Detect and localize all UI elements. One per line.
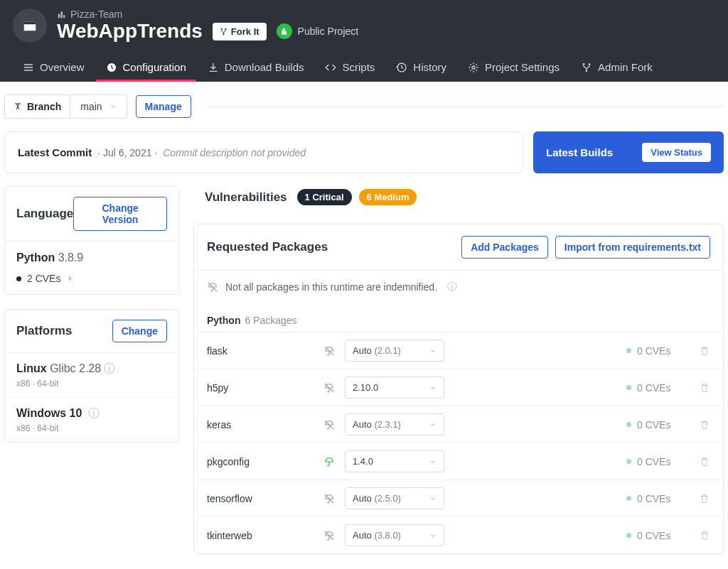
package-cves: 0 CVEs bbox=[626, 345, 690, 357]
package-row: h5py 2.10.0 0 CVEs bbox=[194, 369, 723, 406]
language-cves-link[interactable]: 2 CVEs bbox=[16, 273, 167, 284]
language-name: Python bbox=[16, 251, 55, 264]
tab-download-builds[interactable]: Download Builds bbox=[198, 53, 314, 82]
import-requirements-button[interactable]: Import from requirements.txt bbox=[555, 236, 710, 259]
delete-package-button[interactable] bbox=[699, 456, 710, 467]
platforms-card: Platforms Change Linux Glibc 2.28ⓘ x86 ·… bbox=[4, 309, 179, 443]
chevron-down-icon bbox=[429, 384, 437, 391]
svg-point-5 bbox=[220, 28, 222, 29]
info-icon[interactable]: ⓘ bbox=[104, 362, 115, 374]
language-card: Language Change Version Python 3.8.9 2 C… bbox=[4, 186, 179, 295]
package-name: tkinterweb bbox=[207, 530, 315, 541]
delete-package-button[interactable] bbox=[699, 530, 710, 541]
umbrella-icon bbox=[323, 456, 336, 467]
delete-package-button[interactable] bbox=[699, 382, 710, 394]
svg-rect-4 bbox=[63, 15, 65, 18]
tab-admin-fork[interactable]: Admin Fork bbox=[571, 53, 663, 82]
status-dot-icon bbox=[626, 533, 631, 538]
branch-bar: Branch main Manage bbox=[0, 82, 728, 131]
umbrella-slash-icon bbox=[323, 382, 336, 394]
code-icon bbox=[325, 62, 336, 73]
version-select[interactable]: 1.4.0 bbox=[345, 450, 444, 472]
tab-configuration[interactable]: Configuration bbox=[96, 53, 196, 82]
visibility-badge: Public Project bbox=[277, 23, 359, 39]
package-row: flask Auto (2.0.1) 0 CVEs bbox=[194, 332, 723, 369]
package-cves: 0 CVEs bbox=[626, 419, 690, 430]
package-name: flask bbox=[207, 345, 315, 357]
vulnerabilities-summary: Vulnerabilities 1 Critical 6 Medium bbox=[193, 186, 724, 214]
version-select[interactable]: Auto (3.8.0) bbox=[345, 524, 444, 546]
tab-scripts[interactable]: Scripts bbox=[315, 53, 385, 82]
requested-packages-card: Requested Packages Add Packages Import f… bbox=[193, 224, 724, 554]
package-cves: 0 CVEs bbox=[626, 493, 690, 504]
commit-date: · Jul 6, 2021 · bbox=[97, 147, 157, 158]
nav-tabs: Overview Configuration Download Builds S… bbox=[13, 53, 715, 82]
status-dot-icon bbox=[626, 422, 631, 427]
add-packages-button[interactable]: Add Packages bbox=[461, 236, 548, 259]
chevron-down-icon bbox=[429, 347, 437, 354]
status-dot-icon bbox=[626, 496, 631, 501]
medium-badge[interactable]: 6 Medium bbox=[359, 189, 417, 205]
package-row: pkgconfig 1.4.0 0 CVEs bbox=[194, 443, 723, 479]
delete-package-button[interactable] bbox=[699, 419, 710, 430]
tab-overview[interactable]: Overview bbox=[13, 53, 95, 82]
fork-icon bbox=[581, 62, 592, 73]
svg-rect-2 bbox=[58, 13, 60, 18]
info-icon[interactable]: ⓘ bbox=[447, 281, 457, 293]
chevron-right-icon bbox=[66, 275, 73, 282]
platforms-title: Platforms bbox=[16, 324, 72, 338]
critical-badge[interactable]: 1 Critical bbox=[297, 189, 352, 205]
svg-point-10 bbox=[583, 63, 585, 65]
fork-button[interactable]: Fork It bbox=[213, 23, 267, 40]
language-version: 3.8.9 bbox=[58, 251, 84, 264]
change-platforms-button[interactable]: Change bbox=[112, 320, 167, 342]
package-cves: 0 CVEs bbox=[626, 382, 690, 394]
download-icon bbox=[208, 62, 219, 73]
view-status-button[interactable]: View Status bbox=[642, 143, 711, 162]
tab-project-settings[interactable]: Project Settings bbox=[458, 53, 569, 82]
svg-rect-1 bbox=[24, 22, 36, 25]
manage-branches-button[interactable]: Manage bbox=[136, 95, 191, 118]
svg-point-11 bbox=[589, 63, 591, 65]
builds-title: Latest Builds bbox=[546, 146, 613, 158]
platform-item: Linux Glibc 2.28ⓘ x86 · 64-bit bbox=[5, 352, 178, 397]
umbrella-slash-icon bbox=[323, 419, 336, 430]
version-select[interactable]: Auto (2.0.1) bbox=[345, 340, 444, 362]
delete-package-button[interactable] bbox=[699, 493, 710, 504]
version-select[interactable]: 2.10.0 bbox=[345, 376, 444, 399]
menu-icon bbox=[23, 62, 34, 73]
tab-history[interactable]: History bbox=[386, 53, 456, 82]
window-icon bbox=[22, 18, 38, 33]
latest-commit-card: Latest Commit · Jul 6, 2021 · Commit des… bbox=[4, 131, 523, 173]
branch-select[interactable]: main bbox=[70, 95, 126, 118]
commit-label: Latest Commit bbox=[18, 146, 92, 158]
status-dot-icon bbox=[626, 459, 631, 464]
branch-label: Branch bbox=[5, 95, 70, 118]
change-version-button[interactable]: Change Version bbox=[73, 197, 167, 231]
umbrella-slash-icon bbox=[323, 493, 336, 504]
svg-point-12 bbox=[586, 70, 588, 72]
package-row: tkinterweb Auto (3.8.0) 0 CVEs bbox=[194, 516, 723, 553]
package-name: tensorflow bbox=[207, 493, 315, 504]
svg-point-6 bbox=[225, 28, 226, 29]
unlock-icon bbox=[280, 28, 288, 36]
status-dot-icon bbox=[626, 385, 631, 390]
version-select[interactable]: Auto (2.5.0) bbox=[345, 487, 444, 509]
version-select[interactable]: Auto (2.3.1) bbox=[345, 413, 444, 435]
package-name: keras bbox=[207, 419, 315, 430]
svg-rect-3 bbox=[60, 11, 63, 18]
chevron-down-icon bbox=[429, 495, 437, 502]
team-name[interactable]: Pizza-Team bbox=[70, 9, 122, 20]
delete-package-button[interactable] bbox=[699, 345, 710, 357]
svg-point-7 bbox=[223, 33, 224, 35]
divider bbox=[207, 107, 724, 107]
history-icon bbox=[396, 62, 407, 73]
packages-section-label: Python6 Packages bbox=[194, 303, 723, 332]
app-header: Pizza-Team WebAppTrends Fork It Public P… bbox=[0, 0, 728, 82]
indemnify-notice: Not all packages in this runtime are ind… bbox=[194, 270, 723, 303]
latest-builds-card: Latest Builds View Status bbox=[533, 131, 724, 173]
branch-icon bbox=[14, 102, 22, 111]
umbrella-slash-icon bbox=[323, 530, 336, 541]
platform-item: Windows 10 ⓘ x86 · 64-bit bbox=[5, 397, 178, 442]
info-icon[interactable]: ⓘ bbox=[88, 407, 100, 419]
